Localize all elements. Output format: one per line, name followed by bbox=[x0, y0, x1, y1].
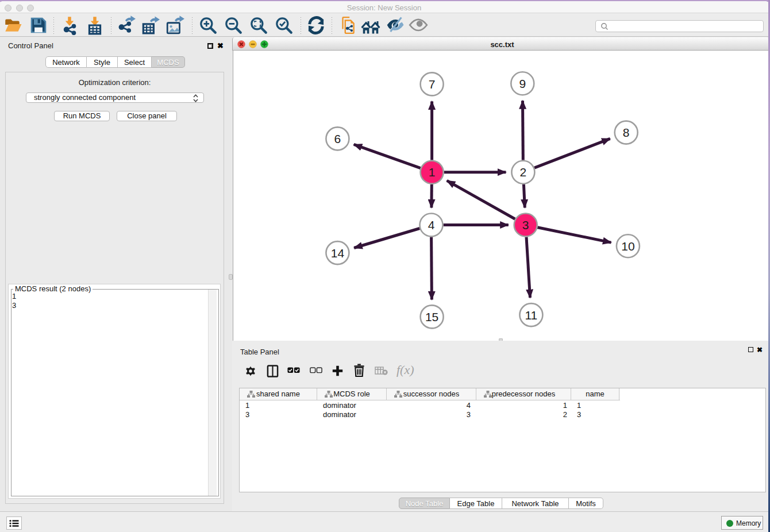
svg-text:6: 6 bbox=[334, 132, 341, 145]
svg-text:15: 15 bbox=[425, 310, 438, 323]
svg-text:3: 3 bbox=[522, 218, 529, 232]
svg-text:8: 8 bbox=[623, 126, 630, 139]
svg-text:10: 10 bbox=[621, 240, 634, 253]
svg-text:11: 11 bbox=[525, 309, 537, 322]
svg-text:14: 14 bbox=[331, 246, 345, 260]
svg-text:4: 4 bbox=[428, 218, 435, 232]
svg-text:1: 1 bbox=[429, 165, 436, 179]
svg-text:7: 7 bbox=[429, 78, 436, 91]
svg-text:9: 9 bbox=[519, 77, 526, 90]
svg-text:2: 2 bbox=[520, 165, 527, 179]
